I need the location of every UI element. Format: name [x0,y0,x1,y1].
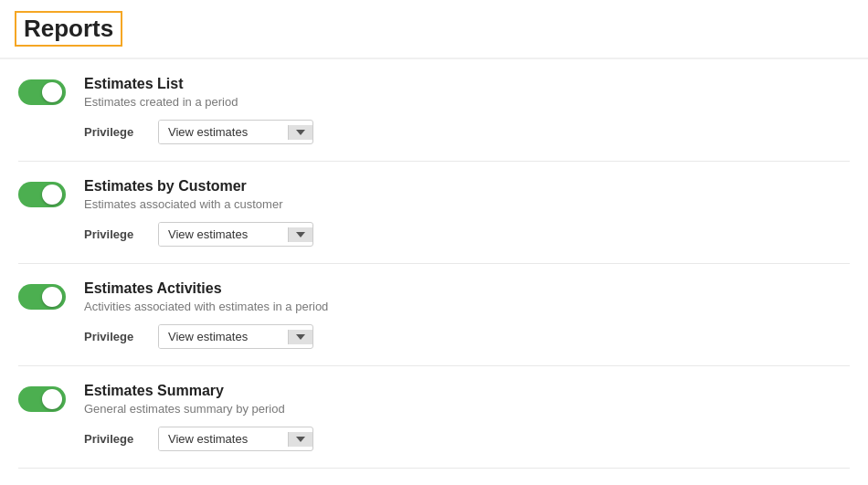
report-desc-estimates-summary: General estimates summary by period [84,402,850,416]
privilege-row-estimates-list: Privilege View estimates [84,120,850,144]
report-item-estimates-summary: Estimates Summary General estimates summ… [18,366,850,469]
privilege-select-estimates-summary[interactable]: View estimates [158,427,313,451]
toggle-estimates-list[interactable] [18,79,66,105]
privilege-label-estimates-by-customer: Privilege [84,227,143,241]
report-title-estimates-summary: Estimates Summary [84,383,850,399]
privilege-row-estimates-summary: Privilege View estimates [84,427,850,451]
report-info-estimates-activities: Estimates Activities Activities associat… [84,280,850,349]
report-info-estimates-summary: Estimates Summary General estimates summ… [84,383,850,451]
toggle-estimates-summary[interactable] [18,386,66,412]
slider-estimates-by-customer [18,182,66,207]
toggle-area-estimates-activities[interactable] [18,284,66,310]
chevron-down-icon [296,437,305,442]
slider-estimates-summary [18,386,66,412]
chevron-down-icon [296,130,305,135]
report-title-estimates-list: Estimates List [84,76,850,92]
slider-estimates-list [18,79,66,105]
privilege-select-estimates-list[interactable]: View estimates [158,120,313,144]
privilege-label-estimates-summary: Privilege [84,432,143,446]
privilege-label-estimates-activities: Privilege [84,330,143,343]
toggle-area-estimates-summary[interactable] [18,386,66,412]
toggle-estimates-activities[interactable] [18,284,66,310]
report-item-estimates-by-customer: Estimates by Customer Estimates associat… [18,162,850,264]
toggle-estimates-by-customer[interactable] [18,182,66,207]
privilege-select-estimates-activities[interactable]: View estimates [158,324,313,349]
report-info-estimates-list: Estimates List Estimates created in a pe… [84,76,850,144]
select-arrow-estimates-activities[interactable] [288,330,312,344]
select-value-estimates-list: View estimates [159,121,288,143]
select-value-estimates-activities: View estimates [159,325,288,348]
report-title-estimates-activities: Estimates Activities [84,280,850,297]
toggle-area-estimates-by-customer[interactable] [18,182,66,207]
select-value-estimates-summary: View estimates [159,427,288,450]
privilege-row-estimates-by-customer: Privilege View estimates [84,222,850,247]
chevron-down-icon [296,334,305,340]
chevron-down-icon [296,232,305,237]
reports-container: Estimates List Estimates created in a pe… [0,59,868,485]
privilege-select-estimates-by-customer[interactable]: View estimates [158,222,313,247]
page-title: Reports [15,11,122,47]
page-header: Reports [0,0,868,59]
toggle-area-estimates-list[interactable] [18,79,66,105]
report-item-estimates-list: Estimates List Estimates created in a pe… [18,59,850,162]
select-arrow-estimates-list[interactable] [288,125,312,140]
report-desc-estimates-by-customer: Estimates associated with a customer [84,197,850,211]
report-info-estimates-by-customer: Estimates by Customer Estimates associat… [84,178,850,247]
select-value-estimates-by-customer: View estimates [159,223,288,246]
privilege-label-estimates-list: Privilege [84,125,143,139]
report-desc-estimates-list: Estimates created in a period [84,95,850,109]
select-arrow-estimates-summary[interactable] [288,432,312,447]
privilege-row-estimates-activities: Privilege View estimates [84,324,850,349]
report-item-estimates-activities: Estimates Activities Activities associat… [18,264,850,366]
select-arrow-estimates-by-customer[interactable] [288,227,312,242]
report-item-notes-report: Notes Report Detailed list of estimate n… [18,469,850,485]
report-desc-estimates-activities: Activities associated with estimates in … [84,300,850,313]
report-title-estimates-by-customer: Estimates by Customer [84,178,850,195]
slider-estimates-activities [18,284,66,310]
